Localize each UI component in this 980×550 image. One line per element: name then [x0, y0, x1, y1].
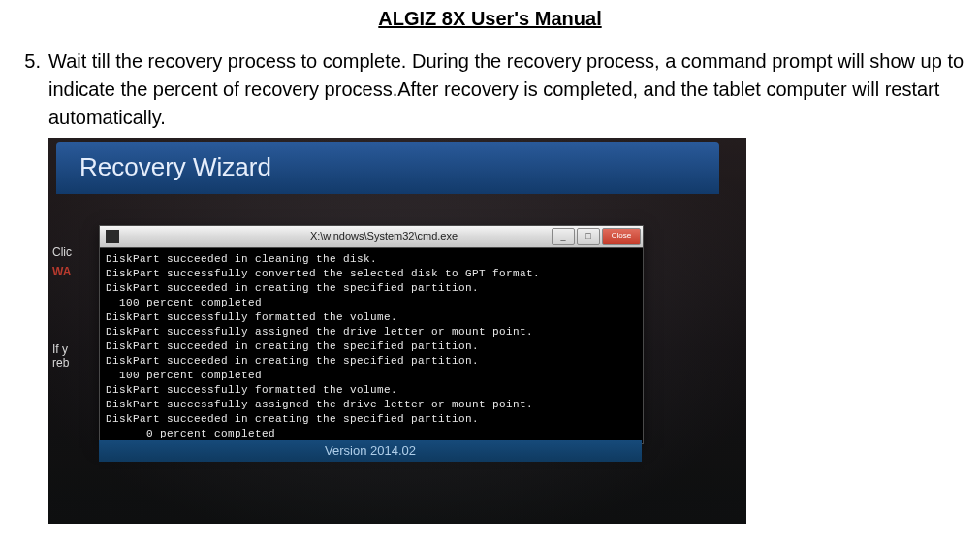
- step-text: Wait till the recovery process to comple…: [48, 48, 978, 132]
- step-number: 5.: [2, 48, 48, 76]
- cmd-line: DiskPart successfully assigned the drive…: [106, 398, 637, 412]
- step-body: Wait till the recovery process to comple…: [48, 48, 978, 524]
- cmd-line: DiskPart successfully formatted the volu…: [106, 383, 637, 398]
- cmd-line: 100 percent completed: [106, 369, 637, 383]
- maximize-button[interactable]: □: [577, 228, 600, 245]
- cmd-titlebar: X:\windows\System32\cmd.exe _ □ Close: [100, 226, 643, 248]
- cmd-line: DiskPart successfully assigned the drive…: [106, 325, 637, 340]
- wizard-version-bar: Version 2014.02: [99, 440, 642, 462]
- cmd-line: 0 percent completed: [106, 427, 637, 441]
- cmd-output: DiskPart succeeded in cleaning the disk.…: [100, 248, 643, 443]
- cmd-window: X:\windows\System32\cmd.exe _ □ Close Di…: [99, 225, 644, 444]
- cmd-line: DiskPart succeeded in creating the speci…: [106, 281, 637, 296]
- document-page: ALGIZ 8X User's Manual 5. Wait till the …: [0, 0, 980, 543]
- cmd-line: DiskPart succeeded in creating the speci…: [106, 412, 637, 427]
- close-button[interactable]: Close: [602, 228, 641, 245]
- wizard-bg-text: reb: [52, 355, 69, 372]
- wizard-titlebar: Recovery Wizard: [56, 142, 719, 194]
- cmd-line: 100 percent completed: [106, 296, 637, 310]
- cmd-line: DiskPart succeeded in creating the speci…: [106, 340, 637, 354]
- cmd-icon: [106, 230, 119, 243]
- minimize-button[interactable]: _: [552, 228, 575, 245]
- wizard-title: Recovery Wizard: [79, 149, 271, 186]
- wizard-bg-text: Clic: [52, 244, 72, 261]
- wizard-version-label: Version 2014.02: [325, 442, 416, 461]
- wizard-bg-text: WA: [52, 264, 71, 280]
- page-title: ALGIZ 8X User's Manual: [2, 8, 978, 30]
- recovery-screenshot: Recovery Wizard Clic WA If y reb X:\wind…: [48, 138, 746, 524]
- step-5: 5. Wait till the recovery process to com…: [2, 48, 978, 524]
- cmd-line: DiskPart successfully formatted the volu…: [106, 310, 637, 325]
- cmd-window-buttons: _ □ Close: [552, 228, 641, 245]
- cmd-line: DiskPart succeeded in creating the speci…: [106, 354, 637, 369]
- cmd-line: DiskPart successfully converted the sele…: [106, 267, 637, 281]
- cmd-line: DiskPart succeeded in cleaning the disk.: [106, 252, 637, 267]
